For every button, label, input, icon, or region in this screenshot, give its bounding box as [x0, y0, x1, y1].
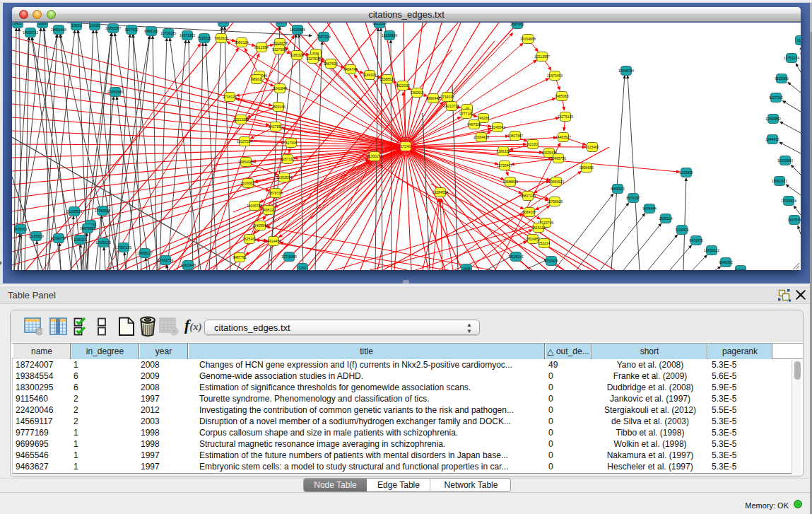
- svg-text:0899695: 0899695: [579, 165, 594, 170]
- svg-text:12093852: 12093852: [765, 117, 781, 121]
- svg-text:19654985: 19654985: [238, 160, 254, 164]
- svg-text:1362615: 1362615: [410, 90, 424, 95]
- svg-text:9487791: 9487791: [233, 255, 247, 259]
- svg-text:15751074: 15751074: [784, 56, 799, 60]
- svg-text:9242848: 9242848: [273, 86, 287, 90]
- svg-text:5878334: 5878334: [269, 191, 283, 195]
- svg-text:10107554: 10107554: [237, 139, 252, 144]
- svg-text:9734028: 9734028: [440, 95, 454, 99]
- svg-text:8990443: 8990443: [426, 96, 440, 100]
- svg-text:18807249: 18807249: [520, 194, 536, 198]
- svg-text:1405: 1405: [13, 23, 21, 25]
- svg-text:9129966: 9129966: [775, 76, 789, 81]
- svg-text:19218506: 19218506: [382, 33, 397, 37]
- svg-text:10653267: 10653267: [105, 26, 121, 30]
- svg-text:2687682: 2687682: [510, 23, 524, 26]
- svg-text:8912954: 8912954: [254, 45, 269, 49]
- svg-text:7357224: 7357224: [317, 35, 331, 39]
- svg-text:1167531: 1167531: [787, 218, 801, 222]
- svg-text:9084067: 9084067: [522, 210, 536, 214]
- svg-text:14210725: 14210725: [444, 104, 459, 108]
- svg-text:12923448: 12923448: [180, 263, 196, 267]
- svg-text:9327500: 9327500: [272, 47, 286, 52]
- svg-text:21300275: 21300275: [367, 154, 382, 158]
- svg-text:1938: 1938: [462, 267, 470, 270]
- svg-text:9327508: 9327508: [306, 57, 320, 61]
- svg-text:1615112: 1615112: [531, 226, 545, 230]
- svg-text:252214: 252214: [539, 241, 551, 245]
- svg-text:1145119: 1145119: [73, 238, 87, 242]
- svg-text:1292: 1292: [298, 266, 306, 270]
- svg-text:2069: 2069: [38, 23, 46, 25]
- svg-text:3215955: 3215955: [679, 170, 693, 175]
- svg-text:9245052: 9245052: [719, 260, 733, 264]
- svg-text:19384554: 19384554: [433, 190, 448, 194]
- svg-text:9474444: 9474444: [642, 206, 657, 211]
- svg-text:92450: 92450: [736, 268, 746, 270]
- svg-text:8813054: 8813054: [372, 23, 387, 25]
- svg-text:7515526: 7515526: [197, 36, 211, 40]
- svg-text:17359924: 17359924: [95, 209, 110, 213]
- svg-text:8267110: 8267110: [281, 157, 294, 161]
- svg-text:14136141: 14136141: [508, 255, 524, 259]
- svg-text:1435001: 1435001: [13, 227, 28, 231]
- svg-text:39975867: 39975867: [80, 226, 95, 230]
- svg-text:15692971: 15692971: [772, 179, 787, 183]
- svg-text:11353594: 11353594: [276, 175, 292, 180]
- svg-text:1112: 1112: [797, 38, 801, 42]
- svg-text:7386322: 7386322: [496, 149, 510, 153]
- svg-text:8938915: 8938915: [611, 187, 625, 191]
- svg-text:417006: 417006: [286, 141, 298, 145]
- svg-text:20691406: 20691406: [51, 28, 66, 32]
- svg-text:8960124: 8960124: [235, 40, 249, 45]
- svg-text:11156829: 11156829: [28, 234, 44, 238]
- svg-text:10653: 10653: [71, 23, 81, 28]
- svg-text:9777169: 9777169: [459, 112, 473, 116]
- svg-text:17957255: 17957255: [116, 245, 131, 250]
- svg-text:14463627: 14463627: [555, 135, 571, 139]
- svg-text:16046788: 16046788: [247, 204, 262, 208]
- svg-text:10654112: 10654112: [704, 248, 719, 252]
- svg-text:10973493: 10973493: [547, 74, 563, 78]
- svg-text:16033809: 16033809: [290, 28, 305, 32]
- svg-text:3498222: 3498222: [261, 208, 276, 212]
- svg-text:20364436: 20364436: [473, 135, 489, 139]
- svg-text:12213957: 12213957: [534, 54, 550, 59]
- svg-text:10807487: 10807487: [507, 134, 523, 138]
- svg-text:19166827: 19166827: [240, 181, 256, 185]
- svg-text:1527602: 1527602: [124, 28, 139, 32]
- svg-text:20206525: 20206525: [66, 209, 82, 214]
- svg-text:9771: 9771: [219, 23, 227, 24]
- svg-text:13226058: 13226058: [272, 41, 288, 45]
- svg-text:16245541: 16245541: [490, 125, 505, 129]
- svg-text:15716485: 15716485: [281, 255, 297, 259]
- svg-text:6466160: 6466160: [144, 29, 158, 33]
- svg-text:6679197: 6679197: [626, 196, 640, 200]
- svg-text:1244415: 1244415: [765, 137, 779, 141]
- svg-text:62160: 62160: [528, 142, 538, 146]
- svg-text:16648784: 16648784: [618, 69, 634, 73]
- svg-text:17016504: 17016504: [781, 199, 796, 203]
- svg-text:13275135: 13275135: [558, 115, 573, 119]
- svg-text:98901: 98901: [252, 77, 261, 81]
- svg-text:9115460: 9115460: [585, 145, 599, 149]
- svg-text:1733426: 1733426: [544, 259, 558, 263]
- svg-text:16033: 16033: [276, 23, 286, 24]
- svg-text:8454749: 8454749: [343, 67, 358, 71]
- svg-text:14055712: 14055712: [23, 30, 38, 35]
- svg-text:21065: 21065: [90, 23, 100, 28]
- svg-text:7485063: 7485063: [555, 94, 569, 98]
- svg-text:10756928: 10756928: [547, 199, 563, 204]
- svg-text:19654923: 19654923: [548, 180, 564, 184]
- svg-text:16210643: 16210643: [777, 158, 793, 163]
- svg-text:8427552: 8427552: [269, 124, 283, 129]
- svg-text:10688609: 10688609: [502, 180, 518, 184]
- svg-text:7132621: 7132621: [675, 228, 689, 232]
- svg-text:10671355: 10671355: [180, 33, 195, 37]
- svg-text:2803144: 2803144: [271, 105, 286, 109]
- svg-text:8186328: 8186328: [290, 53, 304, 57]
- svg-text:7663822: 7663822: [214, 36, 228, 40]
- svg-text:16782759: 16782759: [158, 258, 173, 262]
- svg-text:2867608: 2867608: [324, 62, 338, 66]
- svg-text:2935114: 2935114: [659, 216, 672, 221]
